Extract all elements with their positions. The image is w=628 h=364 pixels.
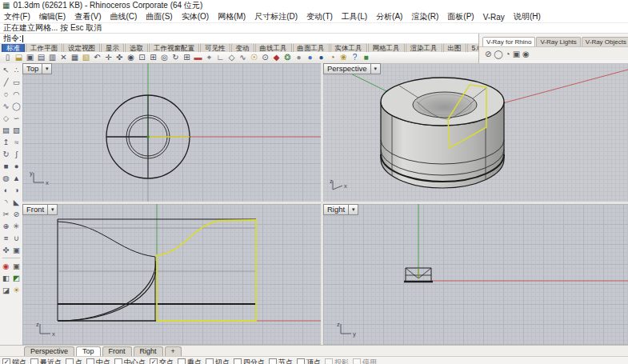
checkbox-icon[interactable]	[86, 358, 94, 364]
toolbar-tab[interactable]: 显示	[101, 44, 124, 52]
arc-icon[interactable]: ◠	[11, 88, 22, 100]
render-sphere-dark-icon[interactable]: ●	[316, 52, 326, 63]
loft-icon[interactable]: ≈	[11, 136, 22, 148]
front-viewport-canvas[interactable]: z x	[22, 204, 321, 345]
osnap-toggle[interactable]: 切点	[206, 358, 230, 364]
vray-sun-icon[interactable]: ☀	[11, 284, 22, 296]
join-icon[interactable]: ⊕	[1, 220, 11, 232]
menu-item[interactable]: 面板(P)	[447, 11, 474, 22]
menu-item[interactable]: 渲染(R)	[411, 11, 438, 22]
open-file-icon[interactable]: ⬓	[14, 52, 24, 63]
checkbox-icon[interactable]	[114, 358, 122, 364]
osnap-toggle[interactable]: 四分点	[234, 358, 265, 364]
viewport-perspective[interactable]: z x Perspective ▾	[323, 63, 628, 202]
menu-item[interactable]: 编辑(E)	[39, 11, 66, 22]
paste-icon[interactable]: ▧	[81, 52, 91, 63]
model-3d[interactable]	[381, 78, 504, 188]
toolbar-tab[interactable]: 曲线工具	[255, 44, 292, 52]
render-sphere-gray-icon[interactable]: ●	[294, 52, 304, 63]
toolbar-tab[interactable]: 曲面工具	[293, 44, 330, 52]
osnap-toggle[interactable]: 节点	[269, 358, 293, 364]
delete-icon[interactable]: ✕	[58, 52, 69, 63]
polyline-icon[interactable]: ╱	[1, 76, 11, 88]
toolbar-tab[interactable]: 标准	[2, 44, 25, 52]
copy-icon[interactable]: ▦	[70, 52, 80, 63]
menu-item[interactable]: 查看(V)	[74, 11, 101, 22]
toolbar-tab[interactable]: 变动	[231, 44, 254, 52]
viewport-menu-arrow-icon[interactable]: ▾	[48, 204, 58, 215]
viewport-tab-front[interactable]: Front	[102, 346, 132, 356]
vray-material-editor-icon[interactable]: ◯	[494, 50, 502, 58]
revolve-icon[interactable]: ↻	[1, 148, 11, 160]
zoom-window-icon[interactable]: ⊡	[137, 52, 147, 63]
points-icon[interactable]: ∴	[11, 64, 22, 76]
perspective-viewport-canvas[interactable]: z x	[323, 63, 628, 202]
properties-icon[interactable]: ▥	[47, 52, 58, 63]
menu-item[interactable]: 说明(H)	[514, 11, 541, 22]
planar-mode-icon[interactable]: ◇	[226, 52, 237, 63]
box-icon[interactable]: ■	[1, 160, 11, 172]
checkbox-icon[interactable]	[30, 358, 38, 364]
checkbox-icon[interactable]	[178, 358, 186, 364]
polygon-icon[interactable]: ◇	[1, 112, 11, 124]
options-icon[interactable]: ❀	[338, 52, 349, 63]
osnap-toggle[interactable]: 中点	[86, 358, 110, 364]
vray-tab[interactable]: V-Ray Lights	[536, 37, 580, 46]
explode-icon[interactable]: ✳	[11, 220, 22, 232]
print-icon[interactable]: ▤	[36, 52, 46, 63]
section-icon[interactable]: ▬	[193, 52, 203, 63]
ellipse-icon[interactable]: ◯	[11, 100, 22, 112]
viewport-menu-arrow-icon[interactable]: ▾	[349, 204, 358, 215]
viewport-tab-top[interactable]: Top	[76, 346, 101, 356]
vray-render-scene-icon[interactable]: ◉	[1, 260, 11, 272]
vray-frame-buffer2-icon[interactable]: ▣	[11, 260, 22, 272]
checkbox-icon[interactable]	[234, 358, 242, 364]
fillet-icon[interactable]: ◝	[1, 196, 11, 208]
osnap-toggle[interactable]: 交点	[150, 358, 174, 364]
osnap-toggle[interactable]: 端点	[2, 358, 26, 364]
select-icon[interactable]: ↖	[1, 64, 11, 76]
blend-icon[interactable]: ∪	[11, 232, 22, 244]
toolbar-tab[interactable]: 网格工具	[368, 44, 405, 52]
record-history-icon[interactable]: ∿	[238, 52, 248, 63]
vray-quick-icon[interactable]: ◔	[327, 52, 338, 63]
help-icon[interactable]: ?	[350, 52, 360, 63]
surface-icon[interactable]: ▤	[1, 124, 11, 136]
boolean-difference-icon[interactable]: ◑	[11, 184, 22, 196]
toolbar-tab[interactable]: 实体工具	[330, 44, 367, 52]
copy-object-icon[interactable]: ▣	[11, 244, 22, 256]
vray-plane-icon[interactable]: ◪	[1, 284, 11, 296]
zoom-dynamic-icon[interactable]: ◉	[126, 52, 136, 63]
checkbox-icon[interactable]	[297, 358, 305, 364]
toolbar-tab[interactable]: 设定视图	[63, 44, 100, 52]
freeform-curve-icon[interactable]: ∽	[11, 112, 22, 124]
toolbar-tab[interactable]: 工作平面	[26, 44, 62, 52]
pan-icon[interactable]: ✛	[103, 52, 114, 63]
toolbar-tab[interactable]: 工作视窗配置	[149, 44, 199, 52]
cylinder-icon[interactable]: ◍	[1, 172, 11, 184]
viewport-tab-right[interactable]: Right	[134, 346, 163, 356]
viewport-menu-arrow-icon[interactable]: ▾	[42, 63, 52, 74]
checkbox-icon[interactable]	[206, 358, 214, 364]
toolbar-tab[interactable]: 出图	[443, 44, 466, 52]
vray-tab[interactable]: V-Ray Objects	[582, 37, 628, 46]
vray-material-lib-icon[interactable]: ◧	[1, 272, 11, 284]
menu-item[interactable]: 尺寸标注(D)	[254, 11, 298, 22]
viewport-title-right[interactable]: Right ▾	[323, 204, 358, 215]
menu-item[interactable]: 工具(L)	[342, 11, 367, 22]
command-input[interactable]: 指令:	[0, 34, 478, 44]
checkbox-icon[interactable]	[353, 358, 361, 364]
save-icon[interactable]: ▣	[25, 52, 35, 63]
render-material-icon[interactable]: ◆	[271, 52, 282, 63]
menu-item[interactable]: 变动(T)	[306, 11, 333, 22]
undo-icon[interactable]: ↶	[92, 52, 102, 63]
viewport-top[interactable]: y x Top ▾	[22, 63, 321, 202]
osnap-toggle[interactable]: 最近点	[30, 358, 62, 364]
curve-icon[interactable]: ∿	[1, 100, 11, 112]
viewport-right[interactable]: z y Right ▾	[323, 204, 628, 345]
move-view-icon[interactable]: ✜	[114, 52, 125, 63]
vray-refresh-icon[interactable]: ◔	[506, 50, 510, 58]
viewport-title-label[interactable]: Right	[323, 204, 349, 215]
menu-item[interactable]: 曲面(S)	[146, 11, 172, 22]
object-snap-icon[interactable]: ⌖	[204, 52, 214, 63]
